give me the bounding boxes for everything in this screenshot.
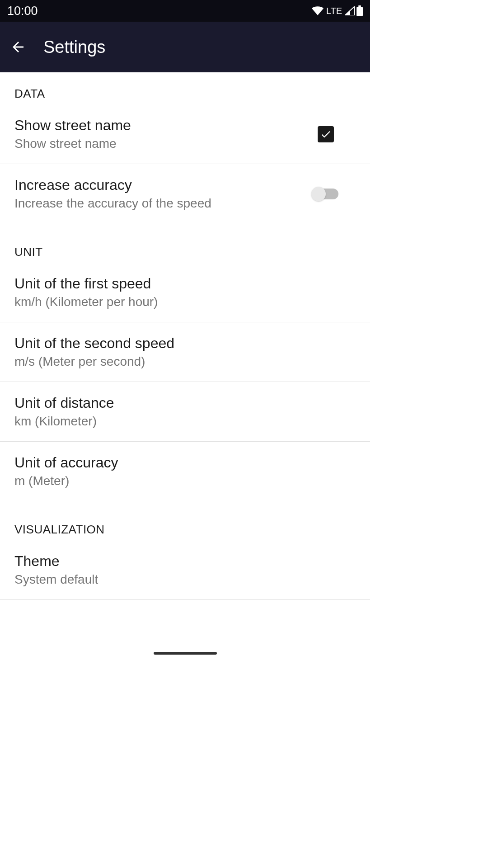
lte-label: LTE: [326, 6, 342, 16]
setting-second-speed-unit[interactable]: Unit of the second speed m/s (Meter per …: [0, 322, 370, 382]
setting-subtitle: System default: [14, 572, 356, 587]
setting-subtitle: km/h (Kilometer per hour): [14, 295, 356, 309]
status-icons: LTE: [312, 5, 363, 16]
toggle-accuracy[interactable]: [313, 189, 338, 199]
status-bar: 10:00 LTE: [0, 0, 370, 22]
setting-subtitle: m (Meter): [14, 474, 356, 488]
status-time: 10:00: [7, 4, 38, 18]
setting-increase-accuracy[interactable]: Increase accuracy Increase the accuracy …: [0, 164, 370, 223]
back-button[interactable]: [9, 38, 27, 56]
setting-accuracy-unit[interactable]: Unit of accuracy m (Meter): [0, 442, 370, 501]
svg-rect-0: [357, 7, 363, 16]
back-arrow-icon: [10, 39, 26, 55]
setting-title: Show street name: [14, 117, 318, 134]
signal-icon: [345, 6, 355, 15]
app-bar: Settings: [0, 22, 370, 72]
setting-first-speed-unit[interactable]: Unit of the first speed km/h (Kilometer …: [0, 263, 370, 322]
setting-theme[interactable]: Theme System default: [0, 540, 370, 600]
section-header-visualization: VISUALIZATION: [0, 508, 370, 540]
setting-distance-unit[interactable]: Unit of distance km (Kilometer): [0, 382, 370, 442]
setting-title: Unit of accuracy: [14, 454, 356, 471]
check-icon: [320, 128, 332, 140]
battery-icon: [357, 5, 363, 16]
setting-subtitle: Show street name: [14, 137, 318, 151]
navigation-handle[interactable]: [154, 652, 217, 655]
page-title: Settings: [43, 38, 105, 57]
setting-show-street-name[interactable]: Show street name Show street name: [0, 104, 370, 164]
toggle-thumb: [311, 187, 326, 201]
setting-subtitle: Increase the accuracy of the speed: [14, 196, 313, 211]
settings-content[interactable]: DATA Show street name Show street name I…: [0, 72, 370, 658]
section-header-unit: UNIT: [0, 231, 370, 263]
setting-title: Increase accuracy: [14, 177, 313, 193]
svg-rect-1: [358, 5, 361, 7]
checkbox-street-name[interactable]: [318, 126, 334, 142]
setting-title: Theme: [14, 553, 356, 570]
setting-subtitle: m/s (Meter per second): [14, 354, 356, 369]
section-header-data: DATA: [0, 72, 370, 104]
setting-title: Unit of distance: [14, 395, 356, 411]
setting-title: Unit of the second speed: [14, 335, 356, 352]
wifi-icon: [312, 6, 324, 15]
setting-title: Unit of the first speed: [14, 275, 356, 292]
setting-subtitle: km (Kilometer): [14, 414, 356, 429]
